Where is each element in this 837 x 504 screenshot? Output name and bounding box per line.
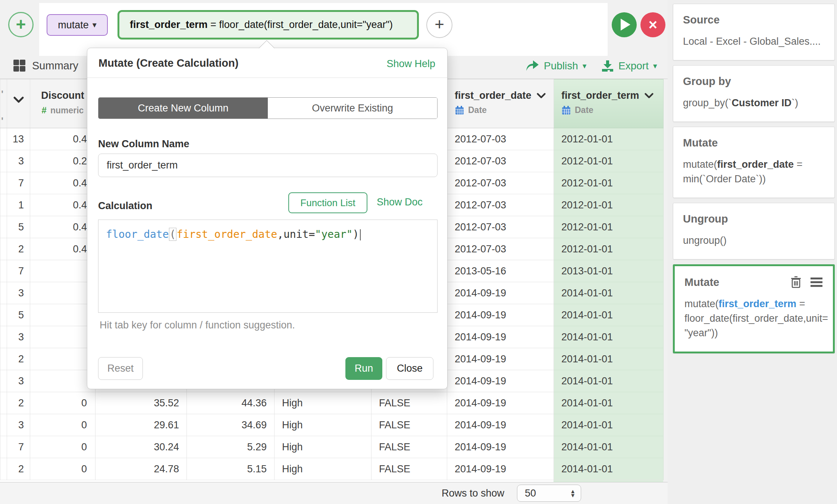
cell-sliver bbox=[0, 238, 7, 260]
cell-sliver bbox=[0, 348, 7, 370]
menu-icon bbox=[810, 277, 823, 287]
cell-discount bbox=[30, 260, 95, 282]
trash-icon bbox=[790, 276, 802, 289]
cell-discount: 0.4 bbox=[30, 172, 95, 194]
cell-v6: FALSE bbox=[372, 392, 447, 414]
cell-sliver bbox=[0, 282, 7, 304]
column-header-first-order-term[interactable]: first_order_term bbox=[554, 79, 664, 128]
cell-v4: 5.15 bbox=[187, 458, 275, 480]
chevron-down-icon: ▾ bbox=[583, 62, 587, 70]
tab-overwrite-existing[interactable]: Overwrite Existing bbox=[268, 98, 437, 119]
cell-v3: 29.61 bbox=[95, 414, 187, 436]
new-column-name-label: New Column Name bbox=[98, 138, 189, 150]
cell-rownum: 3 bbox=[7, 414, 30, 436]
column-type: Date bbox=[468, 105, 487, 115]
step-card-title: Mutate bbox=[684, 276, 719, 289]
cell-fot: 2012-01-01 bbox=[554, 194, 664, 216]
step-card-mutate[interactable]: Mutatemutate(first_order_date =min(`Orde… bbox=[673, 127, 835, 198]
step-card-source[interactable]: SourceLocal - Excel - Global_Sales.... bbox=[673, 4, 835, 60]
cell-fot: 2012-01-01 bbox=[554, 128, 664, 150]
step-card-mutate[interactable]: Mutatemutate(first_order_term =floor_dat… bbox=[673, 264, 835, 353]
cell-sliver bbox=[0, 304, 7, 326]
close-button[interactable]: Close bbox=[386, 357, 433, 380]
cell-discount: 0.4 bbox=[30, 238, 95, 260]
show-doc-link[interactable]: Show Doc bbox=[377, 196, 423, 208]
cell-fot: 2014-01-01 bbox=[554, 282, 664, 304]
cell-fot: 2014-01-01 bbox=[554, 414, 664, 436]
cell-sliver bbox=[0, 128, 7, 150]
tab-create-new-column[interactable]: Create New Column bbox=[98, 98, 268, 119]
cell-discount: 0.4 bbox=[30, 128, 95, 150]
run-steps-button[interactable] bbox=[612, 12, 637, 37]
export-button[interactable]: Export ▾ bbox=[601, 60, 657, 72]
cell-discount bbox=[30, 370, 95, 392]
column-header-rownum[interactable] bbox=[7, 79, 30, 128]
reset-button[interactable]: Reset bbox=[98, 357, 143, 380]
cell-v4: 44.36 bbox=[187, 392, 275, 414]
chevron-down-icon bbox=[13, 97, 24, 103]
column-header-first-order-date[interactable]: first_order_date bbox=[447, 79, 554, 128]
active-step-pill[interactable]: first_order_term = floor_date(first_orde… bbox=[117, 10, 419, 40]
code-token: ) bbox=[352, 228, 359, 240]
show-help-link[interactable]: Show Help bbox=[386, 58, 435, 70]
step-type-dropdown[interactable]: mutate ▾ bbox=[47, 14, 108, 36]
pill-formula: = floor_date(first_order_date,unit="year… bbox=[208, 19, 393, 31]
step-type-label: mutate bbox=[58, 19, 89, 31]
exploratory-app: + mutate ▾ first_order_term = floor_date… bbox=[0, 0, 837, 504]
cell-rownum: 2 bbox=[7, 238, 30, 260]
stepper-icon: ▲▼ bbox=[570, 489, 576, 497]
cell-discount: 0 bbox=[30, 458, 95, 480]
new-column-name-input[interactable] bbox=[98, 154, 438, 177]
step-card-summary: group_by(`Customer ID`) bbox=[683, 96, 825, 110]
cell-fot: 2014-01-01 bbox=[554, 348, 664, 370]
rows-to-show-select[interactable]: 50 ▲▼ bbox=[517, 485, 581, 502]
cell-discount bbox=[30, 326, 95, 348]
step-card-summary: ungroup() bbox=[683, 233, 825, 248]
cell-v6: FALSE bbox=[372, 436, 447, 458]
chevron-down-icon: ▾ bbox=[653, 62, 657, 70]
cell-rownum: 7 bbox=[7, 260, 30, 282]
code-token: floor_date bbox=[106, 228, 169, 240]
cell-fod: 2012-07-03 bbox=[447, 194, 554, 216]
add-step-button[interactable]: + bbox=[426, 12, 452, 38]
run-button[interactable]: Run bbox=[345, 357, 382, 380]
cancel-steps-button[interactable]: × bbox=[640, 12, 665, 37]
calculation-label: Calculation bbox=[98, 200, 153, 212]
cell-fod: 2014-09-19 bbox=[447, 304, 554, 326]
column-header-discount[interactable]: Discount # numeric bbox=[30, 79, 95, 128]
table-footer: Rows to show 50 ▲▼ bbox=[0, 482, 668, 504]
publish-button[interactable]: Publish ▾ bbox=[525, 60, 586, 72]
cell-sliver bbox=[0, 458, 7, 480]
cell-discount bbox=[30, 304, 95, 326]
tab-summary[interactable]: Summary bbox=[13, 59, 78, 72]
step-card-ungroup[interactable]: Ungroupungroup() bbox=[673, 203, 835, 259]
table-row: 3029.6134.69HighFALSE2014-09-192014-01-0… bbox=[0, 414, 664, 436]
calculation-editor[interactable]: floor_date(first_order_date,unit="year") bbox=[98, 220, 438, 313]
pill-column-name: first_order_term bbox=[130, 19, 208, 31]
step-card-title: Source bbox=[683, 14, 720, 26]
add-branch-button[interactable]: + bbox=[8, 12, 34, 37]
dialog-divider bbox=[87, 78, 447, 78]
cell-discount: 0.4 bbox=[30, 216, 95, 238]
text-cursor bbox=[360, 229, 361, 240]
cell-discount bbox=[30, 282, 95, 304]
cell-fod: 2014-09-19 bbox=[447, 414, 554, 436]
mutate-dialog: Mutate (Create Calculation) Show Help Cr… bbox=[87, 48, 448, 389]
tab-summary-label: Summary bbox=[32, 60, 78, 72]
function-list-button[interactable]: Function List bbox=[288, 192, 367, 213]
numeric-type-icon: # bbox=[42, 105, 47, 116]
cell-fot: 2014-01-01 bbox=[554, 370, 664, 392]
code-token: "year" bbox=[315, 228, 352, 240]
column-type: Date bbox=[575, 105, 593, 115]
cell-sliver bbox=[0, 326, 7, 348]
cell-rownum: 5 bbox=[7, 216, 30, 238]
cell-v4: 34.69 bbox=[187, 414, 275, 436]
column-name: first_order_date bbox=[455, 90, 532, 101]
cell-rownum: 13 bbox=[7, 128, 30, 150]
step-menu-button[interactable] bbox=[810, 277, 823, 287]
delete-step-button[interactable] bbox=[790, 276, 802, 289]
cell-fod: 2014-09-19 bbox=[447, 370, 554, 392]
rows-to-show-value: 50 bbox=[525, 488, 536, 499]
column-header-clipped: ' ' bbox=[0, 79, 7, 128]
step-card-group-by[interactable]: Group bygroup_by(`Customer ID`) bbox=[673, 65, 835, 122]
